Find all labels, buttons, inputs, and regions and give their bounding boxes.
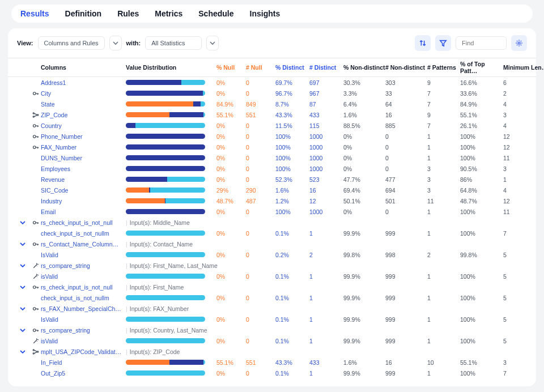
cell-pct-distinct: 0.1% (275, 338, 309, 344)
svg-point-14 (33, 352, 34, 353)
rule-inputs: |Input(s): Middle_Name (126, 219, 544, 226)
filter-button[interactable] (435, 35, 451, 51)
sort-icon (419, 39, 427, 47)
column-link[interactable]: IsValid (41, 316, 126, 323)
cell-pct-null: 55.1% (216, 359, 246, 366)
table-row: check_input_is_not_nullm 0%00.1%199.9%99… (8, 228, 536, 238)
cell-n-distinct: 1000 (309, 144, 343, 151)
tab-definition[interactable]: Definition (65, 9, 102, 18)
rule-link[interactable]: rs_FAX_Number_SpecialCh… (41, 305, 126, 312)
column-link[interactable]: Employees (41, 165, 126, 172)
value-distribution-bar (126, 317, 205, 322)
column-link[interactable]: check_input_is_not_nullm (41, 230, 126, 237)
find-input[interactable] (456, 36, 507, 50)
value-distribution-bar (126, 144, 205, 150)
cell-min-len: 4 (503, 187, 544, 194)
column-link[interactable]: ZIP_Code (41, 112, 126, 118)
column-link[interactable]: FAX_Number (41, 144, 126, 151)
rule-link[interactable]: mplt_USA_ZIPCode_Validat… (41, 348, 126, 355)
tab-insights[interactable]: Insights (250, 9, 280, 18)
svg-point-9 (33, 242, 36, 245)
cell-min-len: 1 (503, 176, 544, 183)
rule-link[interactable]: rs_check_input_is_not_null (41, 284, 126, 291)
mapping-icon (32, 348, 39, 355)
sort-button[interactable] (415, 35, 431, 51)
tab-rules[interactable]: Rules (117, 9, 139, 18)
table-row: DUNS_Number 0%0100%10000%01100%1111 (8, 152, 536, 163)
cell-n-null: 551 (246, 112, 275, 118)
cell-pct-nondistinct: 1.6% (343, 359, 385, 366)
cell-pct-distinct: 11.5% (275, 122, 309, 129)
column-link[interactable]: City (41, 90, 126, 97)
rule-link[interactable]: rs_compare_string (41, 327, 126, 334)
cell-min-len: 11 (503, 155, 544, 161)
cell-top-pattern-pct: 100% (460, 370, 503, 377)
expand-toggle[interactable] (15, 327, 31, 333)
column-link[interactable]: Phone_Number (41, 133, 126, 140)
cell-pct-null: 0% (216, 273, 246, 280)
cell-n-patterns: 1 (427, 338, 460, 344)
expand-toggle[interactable] (15, 349, 31, 355)
cell-top-pattern-pct: 84.9% (460, 101, 503, 108)
column-link[interactable]: Country (41, 122, 126, 129)
with-select-chevron[interactable] (206, 36, 219, 50)
cell-pct-nondistinct: 99.9% (343, 230, 385, 237)
column-link[interactable]: Revenue (41, 176, 126, 183)
column-link[interactable]: isValid (41, 273, 126, 280)
column-link[interactable]: isValid (41, 338, 126, 344)
cell-min-len: 11 (503, 208, 544, 215)
key-icon (32, 133, 39, 140)
cell-n-null: 0 (246, 208, 275, 215)
column-link[interactable]: State (41, 101, 126, 108)
column-link[interactable]: Out_Zip5 (41, 370, 126, 377)
column-link[interactable]: check_input_is_not_nullm (41, 295, 126, 301)
cell-min-len: 7 (503, 230, 544, 237)
column-link[interactable]: DUNS_Number (41, 155, 126, 161)
tab-metrics[interactable]: Metrics (155, 9, 182, 18)
tab-results[interactable]: Results (20, 9, 49, 18)
rule-link[interactable]: rs_check_input_is_not_null (41, 219, 126, 226)
rule-link[interactable]: rs_Contact_Name_Column… (41, 241, 126, 248)
cell-n-nondistinct: 0 (385, 133, 427, 140)
view-select[interactable]: Columns and Rules (38, 36, 105, 50)
cell-n-distinct: 523 (309, 176, 343, 183)
expand-toggle[interactable] (15, 263, 31, 269)
column-link[interactable]: SIC_Code (41, 187, 126, 194)
chevron-down-icon (20, 306, 26, 312)
chevron-down-icon (20, 241, 26, 247)
rule-link[interactable]: rs_compare_string (41, 262, 126, 269)
expand-toggle[interactable] (15, 241, 31, 247)
column-link[interactable]: IsValid (41, 252, 126, 258)
with-select[interactable]: All Statistics (145, 36, 202, 50)
table-row: City 0%096.7%9673.3%33733.6%227 (8, 88, 536, 99)
table-row: Out_Zip5 0%00.1%199.9%9991100%77 (8, 368, 536, 378)
rule-inputs: |Input(s): Contact_Name (126, 241, 544, 248)
view-select-chevron[interactable] (109, 36, 122, 50)
cell-pct-nondistinct: 99.9% (343, 316, 385, 323)
tab-schedule[interactable]: Schedule (198, 9, 233, 18)
svg-point-2 (33, 112, 34, 113)
column-link[interactable]: Address1 (41, 79, 126, 86)
cell-top-pattern-pct: 33.6% (460, 90, 503, 97)
cell-min-len: 5 (503, 338, 544, 344)
settings-button[interactable] (511, 35, 527, 51)
column-link[interactable]: In_Field (41, 359, 126, 366)
expand-toggle[interactable] (15, 220, 31, 225)
cell-top-pattern-pct: 100% (460, 144, 503, 151)
expand-toggle[interactable] (15, 306, 31, 312)
row-icon (31, 112, 41, 118)
expand-toggle[interactable] (15, 284, 31, 290)
cell-pct-null: 0% (216, 208, 246, 215)
cell-top-pattern-pct: 64.8% (460, 187, 503, 194)
cell-pct-nondistinct: 50.1% (343, 198, 385, 204)
cell-n-patterns: 9 (427, 79, 460, 86)
cell-top-pattern-pct: 99.8% (460, 252, 503, 258)
cell-top-pattern-pct: 55.1% (460, 112, 503, 118)
column-link[interactable]: Industry (41, 198, 126, 204)
cell-n-null: 0 (246, 316, 275, 323)
cell-pct-nondistinct: 99.9% (343, 295, 385, 301)
column-link[interactable]: Email (41, 208, 126, 215)
cell-n-nondistinct: 477 (385, 176, 427, 183)
value-distribution-bar (126, 134, 205, 139)
value-distribution-bar (126, 252, 205, 257)
